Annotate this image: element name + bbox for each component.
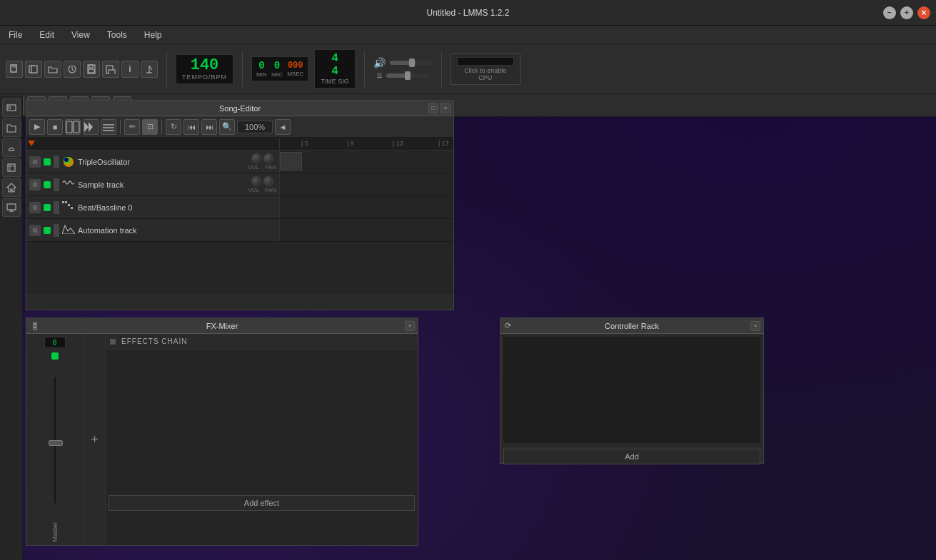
effects-chain: EFFECTS CHAIN Add effect xyxy=(105,334,418,545)
track-mute-beat[interactable] xyxy=(54,201,59,214)
timesig-display[interactable]: 4 4 TIME SIG xyxy=(314,49,356,88)
timeline-mark-13: | 13 xyxy=(393,140,403,147)
track-led-beat[interactable] xyxy=(44,204,51,211)
about-button[interactable]: i xyxy=(121,61,139,78)
open-button[interactable] xyxy=(44,61,61,78)
toolbar-separator-1 xyxy=(166,51,167,87)
fx-mixer-controls: × xyxy=(405,321,415,331)
se-add-sample-btn[interactable] xyxy=(101,119,116,135)
se-stop-btn[interactable]: ■ xyxy=(47,119,63,135)
menu-edit[interactable]: Edit xyxy=(36,29,57,41)
fx-mixer-content: 0 Master + EFFECTS CHAIN Add effect xyxy=(26,334,418,545)
effects-header: EFFECTS CHAIN xyxy=(106,334,418,350)
svg-rect-50 xyxy=(7,105,16,111)
menu-view[interactable]: View xyxy=(69,29,93,41)
track-mute-automation[interactable] xyxy=(54,224,59,237)
pattern-cell-0[interactable] xyxy=(280,152,302,170)
channel-num-display: 0 xyxy=(44,337,66,348)
se-loop-btn[interactable]: ↻ xyxy=(166,119,181,135)
effects-expand-icon[interactable] xyxy=(110,339,116,345)
controller-rack-controls: × xyxy=(750,321,760,331)
track-icon-automation xyxy=(62,224,75,237)
song-editor-close[interactable]: × xyxy=(441,103,451,113)
se-record-while-playing-btn[interactable] xyxy=(83,119,99,135)
metronome-button[interactable] xyxy=(141,61,158,78)
my-samples-btn[interactable] xyxy=(2,138,21,157)
cpu-bar xyxy=(457,57,514,66)
computer-btn[interactable] xyxy=(2,198,21,217)
fader-handle[interactable] xyxy=(49,440,63,446)
controller-rack-close[interactable]: × xyxy=(750,321,760,331)
se-search-btn[interactable]: 🔍 xyxy=(219,119,235,135)
track-patterns-beat[interactable] xyxy=(280,196,453,218)
track-led-tripleoscillator[interactable] xyxy=(44,158,51,166)
controller-rack-titlebar: ⟳ Controller Rack × xyxy=(500,318,763,334)
save-as-button[interactable] xyxy=(102,61,119,78)
track-mute-sample[interactable] xyxy=(54,178,59,191)
menu-file[interactable]: File xyxy=(6,29,25,41)
menu-help[interactable]: Help xyxy=(141,29,165,41)
vol-pan-knobs-sample xyxy=(251,176,273,186)
track-row-sample: ⚙ Sample track VOL PAN xyxy=(26,173,453,196)
tempo-display[interactable]: 140 TEMPO/BPM xyxy=(176,54,233,84)
track-led-sample[interactable] xyxy=(44,181,51,188)
song-editor-controls: □ × xyxy=(428,103,451,113)
track-patterns-tripleoscillator[interactable] xyxy=(280,151,453,173)
instruments-btn[interactable] xyxy=(2,98,21,117)
fx-mixer: 🎛 FX-Mixer × 0 Master + xyxy=(26,317,418,546)
close-button[interactable]: × xyxy=(917,6,930,19)
my-home-btn[interactable] xyxy=(2,178,21,197)
track-settings-tripleoscillator[interactable]: ⚙ xyxy=(29,156,41,168)
se-mode-select[interactable]: ⊡ xyxy=(142,119,158,135)
controller-rack-body xyxy=(503,337,760,443)
tempo-label: TEMPO/BPM xyxy=(182,73,227,81)
svg-point-66 xyxy=(64,158,69,162)
track-led-automation[interactable] xyxy=(44,227,51,234)
channel-led[interactable] xyxy=(51,352,59,360)
svg-rect-69 xyxy=(68,204,70,206)
se-zoom-out[interactable]: ◄ xyxy=(275,119,291,135)
cpu-display[interactable]: Click to enable CPU xyxy=(451,54,520,85)
se-record-btn[interactable] xyxy=(65,119,81,135)
track-settings-sample[interactable]: ⚙ xyxy=(29,179,41,190)
open-template-button[interactable] xyxy=(25,61,42,78)
minimize-button[interactable]: − xyxy=(883,6,896,19)
time-unit-msec: 000 MSEC xyxy=(287,61,303,77)
fx-mixer-close[interactable]: × xyxy=(405,321,415,331)
se-mode-draw[interactable]: ✏ xyxy=(124,119,140,135)
timeline-mark-5: | 5 xyxy=(301,140,308,147)
master-volume-section: 🔊 ≡ xyxy=(373,57,433,81)
vol-knob-sample[interactable] xyxy=(251,176,261,186)
track-name-tripleoscillator: TripleOscillator xyxy=(78,158,245,166)
vol-knob-tripleoscillator[interactable] xyxy=(251,153,261,163)
menu-tools[interactable]: Tools xyxy=(104,29,130,41)
new-button[interactable] xyxy=(6,61,23,78)
track-mute-tripleoscillator[interactable] xyxy=(54,156,59,168)
track-settings-automation[interactable]: ⚙ xyxy=(29,225,41,236)
my-presets-btn[interactable] xyxy=(2,158,21,177)
svg-rect-59 xyxy=(66,121,72,133)
pan-knob-sample[interactable] xyxy=(263,176,273,186)
recent-button[interactable] xyxy=(64,61,81,78)
song-editor-maximize[interactable]: □ xyxy=(428,103,438,113)
my-projects-btn[interactable] xyxy=(2,118,21,137)
track-patterns-sample[interactable] xyxy=(280,173,453,195)
track-settings-beat[interactable]: ⚙ xyxy=(29,202,41,213)
fader-track[interactable] xyxy=(53,376,57,504)
maximize-button[interactable]: + xyxy=(900,6,913,19)
fx-channel-master: 0 Master xyxy=(26,334,84,545)
save-button[interactable] xyxy=(83,61,100,78)
track-patterns-automation[interactable] xyxy=(280,219,453,241)
master-pitch-slider[interactable] xyxy=(386,73,429,78)
add-controller-btn[interactable]: Add xyxy=(503,449,760,464)
fx-add-channel-btn[interactable]: + xyxy=(84,334,105,545)
se-end-btn[interactable]: ⏮ xyxy=(183,119,199,135)
add-effect-btn[interactable]: Add effect xyxy=(109,495,415,511)
master-volume-slider[interactable] xyxy=(390,61,433,65)
playhead-marker xyxy=(28,141,35,146)
se-start-btn[interactable]: ⏭ xyxy=(201,119,217,135)
se-play-btn[interactable]: ▶ xyxy=(29,119,45,135)
pan-knob-tripleoscillator[interactable] xyxy=(263,153,273,163)
vol-pan-labels-sample: VOL PAN xyxy=(248,187,276,193)
track-controls-beat: ⚙ Beat/Bassline 0 xyxy=(26,196,280,218)
